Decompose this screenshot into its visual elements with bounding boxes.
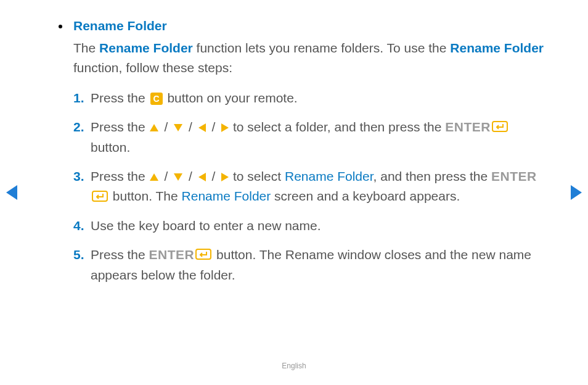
arrow-left-icon [198, 123, 206, 132]
step-5: Press the ENTER button. The Rename windo… [73, 245, 545, 286]
arrow-left-icon [198, 173, 206, 181]
page-content: Rename Folder The Rename Folder function… [0, 0, 588, 286]
step-2: Press the / / / to select a folder, and … [73, 117, 545, 158]
step-text: Press the [91, 120, 149, 134]
step-text: to select [229, 169, 285, 183]
section-intro: The Rename Folder function lets you rena… [73, 38, 545, 77]
enter-label: ENTER [491, 169, 537, 183]
svg-marker-0 [6, 185, 17, 200]
rename-folder-term: Rename Folder [99, 41, 193, 55]
chevron-left-icon [6, 185, 17, 200]
step-text: screen and a keyboard appears. [271, 189, 460, 203]
c-button-icon: C [150, 93, 163, 105]
enter-icon [92, 188, 108, 208]
step-text: button. The [109, 189, 182, 203]
prev-page-button[interactable] [6, 185, 17, 200]
arrow-up-icon [150, 173, 158, 181]
step-text: Press the [91, 247, 149, 262]
step-text: Press the [91, 91, 149, 105]
step-4: Use the key board to enter a new name. [73, 216, 545, 236]
arrow-up-icon [150, 124, 158, 131]
step-text: to select a folder, and then press the [229, 120, 445, 134]
slash-text: / [185, 169, 196, 183]
intro-text: The [73, 41, 99, 55]
intro-text: function lets you rename folders. To use… [193, 41, 451, 55]
step-text: Use the key board to enter a new name. [91, 218, 321, 233]
arrow-right-icon [221, 123, 229, 132]
section-title: Rename Folder [73, 19, 167, 33]
rename-folder-term: Rename Folder [450, 41, 544, 55]
rename-folder-term: Rename Folder [285, 169, 374, 183]
slash-text: / [208, 120, 219, 134]
rename-folder-term: Rename Folder [182, 189, 271, 203]
steps-list: Press the C button on your remote. Press… [73, 88, 545, 286]
section-header: Rename Folder [59, 19, 545, 33]
enter-label: ENTER [149, 247, 195, 262]
intro-text: function, follow these steps: [73, 60, 232, 75]
arrow-down-icon [174, 124, 182, 131]
svg-marker-1 [571, 185, 582, 200]
slash-text: / [161, 120, 172, 134]
arrow-right-icon [221, 173, 229, 181]
footer-language: English [0, 362, 588, 370]
enter-label: ENTER [445, 120, 491, 134]
arrow-down-icon [174, 173, 182, 181]
slash-text: / [161, 169, 172, 183]
enter-icon [195, 246, 211, 266]
slash-text: / [185, 120, 196, 134]
slash-text: / [208, 169, 219, 183]
next-page-button[interactable] [571, 185, 582, 200]
step-3: Press the / / / to select Rename Folder,… [73, 167, 545, 207]
step-text: button. [91, 140, 130, 154]
enter-icon [492, 118, 508, 138]
step-text: button on your remote. [164, 91, 298, 105]
chevron-right-icon [571, 185, 582, 200]
step-text: Press the [91, 169, 149, 183]
step-1: Press the C button on your remote. [73, 88, 545, 109]
bullet-icon [59, 25, 62, 28]
step-text: , and then press the [374, 169, 491, 183]
